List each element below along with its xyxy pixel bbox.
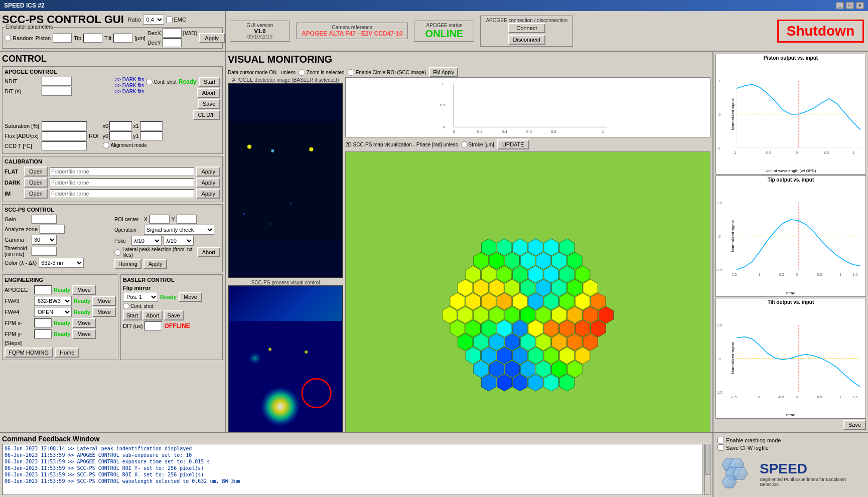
emc-checkbox-label[interactable]: EMC [166,17,186,23]
basler-cont-shot-label[interactable]: Cont. shot [123,303,154,309]
tip-input[interactable]: 0 [83,34,102,43]
basler-save-button[interactable]: Save [164,310,183,320]
stroke-radio[interactable] [461,141,468,148]
fpmx-move-button[interactable]: Move [72,318,96,328]
apogee-eng-input[interactable]: 1.6 [34,285,52,294]
flux-input[interactable]: 325.1664 [42,131,87,140]
gain-input[interactable]: 1 [32,215,57,224]
align-mode-label[interactable]: Alignment mode [103,142,163,148]
im-apply-button[interactable]: Apply [196,189,220,199]
abort-button[interactable]: Abort [197,88,220,98]
cont-shot-label[interactable]: Cont. shot [146,79,177,85]
roi-y1-input[interactable]: 646 [140,131,163,140]
tilt-input[interactable]: 0 [113,34,132,43]
fpmx-input[interactable]: 50 [34,318,52,327]
basler-abort-button[interactable]: Abort [142,310,163,320]
enable-crashlog-checkbox[interactable] [717,437,724,443]
apogee-control-section: APOGEE CONTROL NDIT 10 DIT (s) 0.015 > [2,66,223,154]
roi-center-y-input[interactable]: 256 [177,215,197,224]
emc-checkbox[interactable] [166,17,173,23]
operation-select[interactable]: Signal sanity check [144,225,214,235]
fw4-select[interactable]: OPEN [34,307,72,317]
save-cfw-checkbox[interactable] [717,444,724,451]
apogee-connection-label: APOGEE connection / disconnection [486,18,567,23]
roi-x0-input[interactable]: 331 [109,121,132,130]
zoom-radio[interactable] [299,69,305,76]
charts-save-button[interactable]: Save [843,420,866,430]
basler-pos-select[interactable]: Pos. 1 [123,292,158,302]
im-folder-input[interactable] [50,189,195,198]
ccd-temp-input[interactable]: 10.0238 [42,141,87,150]
hex-canvas [346,152,710,432]
home-button[interactable]: Home [55,348,79,358]
cldf-button[interactable]: CL D/F [193,110,220,120]
ratio-control: Ratio 0.4 EMC [128,15,186,25]
decx-input[interactable]: 0 [163,29,182,38]
dark-link-3[interactable]: >> DARK fits [115,89,144,94]
emulator-apply-button[interactable]: Apply [199,33,225,43]
minimize-button[interactable]: _ [836,2,844,9]
update-button[interactable]: UPDATE [497,139,529,149]
roi-x1-input[interactable]: 843 [140,121,163,130]
svg-point-10 [244,347,280,380]
decy-input[interactable]: 0 [163,38,182,47]
dark-apply-button[interactable]: Apply [196,178,220,188]
start-button[interactable]: Start [199,77,220,87]
scc-abort-button[interactable]: Abort [197,247,220,257]
saturation-input[interactable]: 90.097 [42,121,87,130]
save-button[interactable]: Save [198,99,220,109]
disconnect-button[interactable]: Disconnect [508,35,545,45]
dark-folder-input[interactable] [50,178,195,187]
ratio-select[interactable]: 0.4 [143,15,164,25]
dark-open-button[interactable]: Open [24,178,48,188]
logo-desc: Segmented Pupil Experiment for Exoplanet… [760,477,850,487]
homing-button[interactable]: Homing [114,259,141,269]
basler-start-button[interactable]: Start [123,310,141,320]
dark-link-2[interactable]: >> DARK fits [115,83,144,88]
flat-apply-button[interactable]: Apply [196,167,220,177]
fw4-move-button[interactable]: Move [92,307,116,317]
fqpm-homing-button[interactable]: FQPM HOMING [5,348,53,358]
color-select[interactable]: 632-3 nm [39,258,84,268]
circle-roi-radio[interactable] [348,69,354,76]
threshold-input[interactable]: 0 [32,247,57,256]
random-label[interactable]: Random [5,35,34,41]
poke-select-2[interactable]: λ/10 [164,236,194,246]
fpmy-move-button[interactable]: Move [72,329,96,339]
piston-label: Piston [36,35,51,41]
basler-cont-radio[interactable] [123,303,129,309]
close-button[interactable]: ✕ [856,2,864,9]
apogee-move-button[interactable]: Move [72,285,96,295]
fw3-select[interactable]: 632-BW3 [34,296,72,306]
random-radio[interactable] [5,35,11,41]
lateral-peak-label[interactable]: Lateral peak selection (from .txt files) [114,247,195,258]
flat-open-button[interactable]: Open [24,167,48,177]
calibration-section: CALIBRATION FLAT Open Apply DARK Open Ap… [2,156,223,202]
dit-input[interactable]: 0.015 [42,87,72,96]
window-controls[interactable]: _ □ ✕ [836,2,864,9]
dark-link-1[interactable]: >> DARK fits [115,77,144,82]
basler-move-button[interactable]: Move [179,292,202,302]
analyze-zone-input[interactable]: 100 [40,225,65,234]
flat-folder-input[interactable] [50,167,195,176]
lateral-peak-radio[interactable] [114,249,121,256]
maximize-button[interactable]: □ [846,2,854,9]
tip-chart-container: Tip output vs. input Normalized signal m… [715,176,866,296]
ndit-input[interactable]: 10 [42,77,72,86]
align-mode-radio[interactable] [103,142,109,148]
connect-button[interactable]: Connect [508,23,545,33]
shutdown-button[interactable]: Shutdown [777,20,864,43]
roi-center-x-input[interactable]: 256 [150,215,170,224]
fpmy-input[interactable]: 50 [34,329,52,339]
fm-apply-button[interactable]: FM Apply [429,67,458,77]
poke-select-1[interactable]: λ/10 [131,236,162,246]
scc-apply-button[interactable]: Apply [143,259,168,269]
roi-y0-input[interactable]: 134 [109,131,132,140]
piston-input[interactable]: 0 [53,34,72,43]
cont-shot-radio[interactable] [146,79,153,85]
gamma-select[interactable]: 30 [32,235,57,245]
fw3-move-button[interactable]: Move [92,296,116,306]
basler-dit-input[interactable]: 0 [144,321,162,330]
svg-text:0: 0 [718,234,720,239]
im-open-button[interactable]: Open [24,189,48,199]
